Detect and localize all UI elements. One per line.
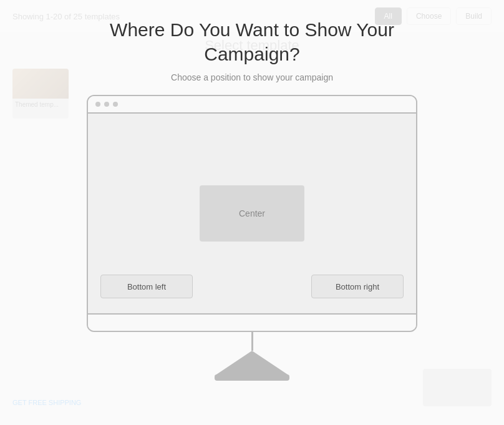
- monitor-top-bar: [88, 96, 416, 114]
- modal-overlay: Where Do You Want to Show Your Campaign?…: [0, 0, 504, 425]
- modal-title-line1: Where Do You Want to Show Your: [110, 19, 394, 40]
- monitor-dot-1: [95, 102, 100, 107]
- stand-neck: [251, 332, 253, 351]
- svg-rect-1: [215, 374, 289, 381]
- modal-content: Where Do You Want to Show Your Campaign?…: [0, 17, 504, 382]
- monitor-body: Center Bottom left Bottom right: [88, 114, 416, 313]
- monitor-bottom-bar: [88, 313, 416, 331]
- monitor-stand: [202, 332, 302, 382]
- modal-title: Where Do You Want to Show Your Campaign?: [110, 17, 394, 66]
- modal-title-line2: Campaign?: [204, 44, 299, 64]
- monitor-screen: Center Bottom left Bottom right: [87, 95, 417, 332]
- position-center-button[interactable]: Center: [200, 185, 304, 242]
- modal-subtitle: Choose a position to show your campaign: [171, 72, 333, 82]
- position-bottom-right-button[interactable]: Bottom right: [311, 275, 404, 298]
- stand-base-svg: [202, 351, 302, 382]
- monitor-dot-3: [113, 102, 118, 107]
- monitor-dot-2: [104, 102, 109, 107]
- monitor-wrapper: Center Bottom left Bottom right: [87, 95, 417, 382]
- svg-marker-0: [215, 351, 289, 376]
- position-bottom-left-button[interactable]: Bottom left: [100, 275, 193, 298]
